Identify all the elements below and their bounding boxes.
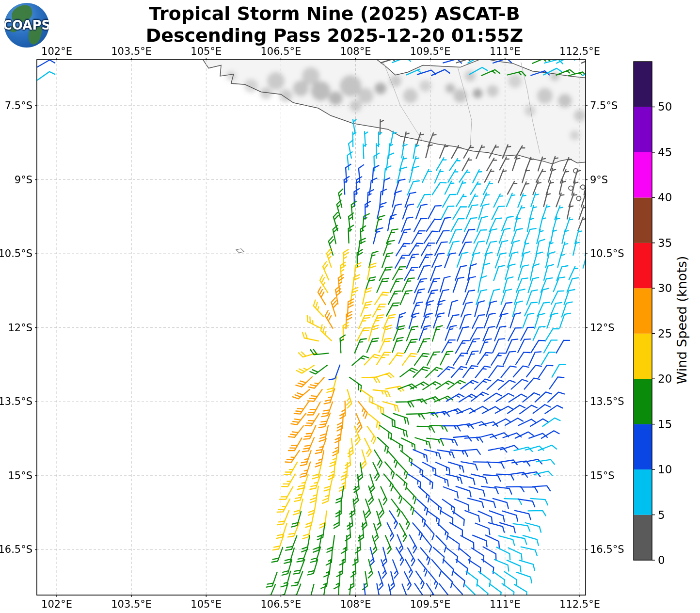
wind-barb [440, 511, 453, 524]
wind-barb [462, 158, 472, 171]
wind-barb [553, 217, 559, 231]
wind-barb [457, 181, 466, 194]
wind-barb [456, 560, 468, 575]
colorbar-tick-label: 10 [658, 463, 672, 476]
wind-barb [356, 414, 362, 432]
wind-barb [386, 386, 404, 391]
wind-barb [426, 144, 432, 158]
wind-barb [547, 313, 557, 328]
wind-barb [438, 523, 448, 539]
wind-barb [389, 144, 393, 159]
wind-barb [539, 365, 553, 377]
wind-barb [367, 190, 373, 207]
wind-barb [435, 170, 443, 183]
wind-barb [491, 353, 505, 365]
wind-barb [521, 182, 529, 195]
wind-barb [565, 218, 573, 231]
colorbar-tick-label: 5 [658, 509, 665, 521]
wind-barb [374, 450, 382, 468]
wind-barb [378, 437, 388, 453]
wind-barb [373, 228, 382, 244]
wind-barb [551, 229, 557, 243]
lon-tick-label-top: 108°E [340, 46, 371, 57]
wind-barb [469, 487, 485, 496]
wind-barb [457, 327, 469, 341]
wind-barb [465, 277, 476, 292]
wind-barb [432, 254, 444, 268]
topo-blob [550, 71, 560, 81]
wind-barb [560, 170, 569, 183]
wind-barb [498, 169, 506, 183]
lat-tick-label-left: 15°S [8, 470, 32, 482]
wind-barb [501, 290, 512, 305]
wind-barb [409, 243, 423, 256]
wind-barb [362, 377, 380, 383]
wind-barb [465, 511, 479, 522]
wind-barb [452, 145, 461, 158]
wind-barb [436, 381, 454, 389]
wind-barb [442, 340, 455, 353]
wind-barb [288, 438, 302, 451]
wind-barb [555, 206, 563, 219]
wind-barb [529, 352, 541, 365]
wind-barb [562, 229, 568, 243]
wind-barb [514, 584, 527, 598]
wind-barb [502, 511, 518, 521]
wind-barb [461, 462, 477, 470]
wind-barb [512, 157, 520, 171]
wind-barb [384, 474, 393, 491]
wind-barb [358, 402, 367, 419]
wind-barb [464, 584, 475, 600]
wind-barb [387, 523, 394, 541]
wind-barb [323, 262, 329, 280]
wind-barb [473, 535, 487, 547]
wind-barb [567, 205, 573, 219]
wind-barb [302, 332, 318, 341]
wind-barb [489, 523, 504, 532]
wind-barb [518, 339, 530, 353]
wind-barb [368, 414, 380, 429]
topo-blob [260, 88, 272, 99]
colorbar-tick-label: 50 [658, 100, 672, 113]
wind-barb [465, 437, 483, 442]
wind-barb [407, 414, 425, 419]
wind-barb [408, 548, 415, 566]
topo-blob [574, 110, 586, 121]
wind-barb [365, 438, 371, 456]
wind-barb [280, 487, 293, 500]
wind-barb [388, 451, 398, 467]
wind-barb [506, 339, 518, 353]
wind-barb [318, 287, 326, 305]
lat-tick-label-right: 15°S [590, 470, 615, 482]
lat-tick-label-left: 16.5°S [0, 544, 32, 555]
wind-barb [421, 548, 430, 565]
colorbar-segment [634, 107, 652, 153]
wind-barb [441, 206, 454, 219]
wind-barb [393, 267, 406, 279]
wind-barb [453, 207, 466, 219]
wind-barb [448, 300, 458, 316]
topo-blob [311, 81, 331, 100]
wind-barb [325, 310, 333, 328]
wind-barb [483, 326, 494, 340]
wind-barb [387, 584, 392, 603]
topo-blob [340, 75, 361, 97]
wind-barb [448, 462, 464, 472]
wind-barb [340, 335, 345, 353]
wind-barb [417, 499, 428, 515]
wind-barb [434, 475, 448, 486]
wind-barb [441, 352, 453, 365]
colorbar-segment [634, 515, 652, 561]
wind-barb [443, 559, 453, 575]
lon-tick-label-top: 111°E [490, 46, 521, 57]
wind-barb [455, 499, 469, 511]
wind-barb [485, 169, 494, 182]
wind-barb [284, 462, 298, 475]
wind-barb [367, 426, 376, 444]
wind-barb [448, 170, 458, 182]
wind-barb [460, 170, 470, 182]
wind-barb [513, 366, 529, 377]
wind-barb [473, 170, 482, 183]
wind-barb [337, 414, 343, 431]
wind-barb [536, 169, 545, 182]
